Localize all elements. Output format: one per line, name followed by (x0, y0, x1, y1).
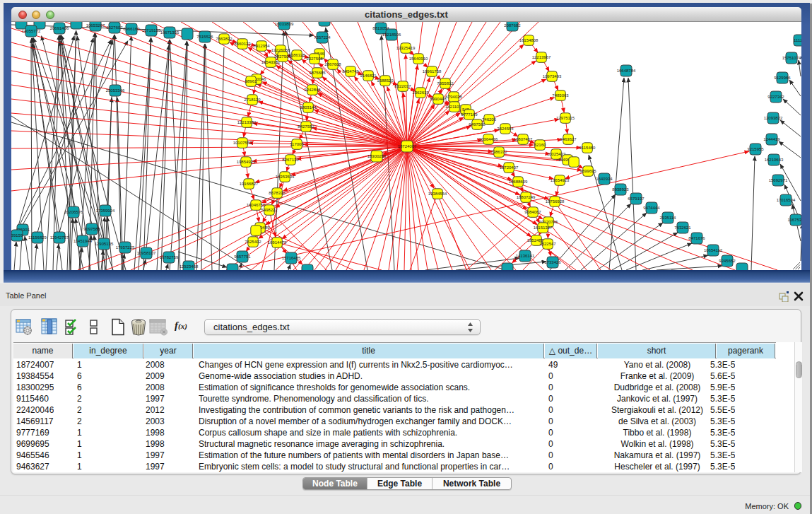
svg-text:2803144: 2803144 (300, 105, 317, 110)
svg-text:10719155: 10719155 (142, 28, 161, 33)
svg-text:12213382: 12213382 (237, 120, 257, 124)
svg-text:9777169: 9777169 (461, 112, 478, 117)
svg-text:8990448: 8990448 (430, 97, 447, 101)
svg-text:9097588: 9097588 (83, 227, 100, 231)
svg-text:3624554: 3624554 (497, 127, 514, 131)
svg-text:9699695: 9699695 (579, 169, 596, 173)
svg-text:25053346: 25053346 (106, 88, 125, 93)
svg-text:19384554: 19384554 (428, 192, 447, 196)
svg-text:16648784: 16648784 (617, 69, 636, 73)
svg-text:16046755: 16046755 (247, 203, 266, 207)
svg-text:8427552: 8427552 (298, 124, 314, 129)
svg-text:9129966: 9129966 (774, 76, 791, 80)
svg-text:12213967: 12213967 (532, 55, 551, 59)
svg-text:16914479: 16914479 (268, 240, 287, 245)
svg-text:17957225: 17957225 (116, 245, 135, 250)
svg-text:9657791: 9657791 (234, 255, 251, 259)
svg-text:12975115: 12975115 (556, 116, 575, 120)
svg-text:6966160: 6966160 (123, 27, 140, 31)
svg-text:17359924: 17359924 (96, 209, 115, 213)
svg-text:9327508: 9327508 (306, 57, 323, 61)
svg-text:10654112: 10654112 (704, 248, 723, 252)
svg-text:20364436: 20364436 (479, 137, 498, 141)
svg-text:11156829: 11156829 (28, 235, 47, 240)
svg-text:14136141: 14136141 (516, 254, 535, 258)
svg-text:20206576: 20206576 (64, 210, 83, 214)
svg-text:15720407: 15720407 (500, 165, 519, 170)
svg-text:1588520: 1588520 (377, 78, 394, 83)
svg-text:3875685: 3875685 (309, 71, 326, 75)
svg-text:12942757: 12942757 (50, 235, 69, 240)
svg-text:10653267: 10653267 (86, 23, 105, 28)
svg-text:16961758: 16961758 (423, 69, 442, 74)
svg-text:10688609: 10688609 (509, 180, 528, 184)
svg-text:19218506: 19218506 (382, 33, 401, 37)
svg-text:3215955: 3215955 (747, 147, 764, 151)
svg-text:19854923: 19854923 (237, 160, 256, 164)
svg-text:12905135: 12905135 (95, 242, 114, 246)
svg-text:8938923: 8938923 (612, 187, 629, 192)
svg-text:15716485: 15716485 (282, 256, 301, 260)
svg-text:1733426: 1733426 (544, 260, 561, 264)
svg-text:7386372: 7386372 (490, 150, 507, 154)
svg-text:19756928: 19756928 (546, 199, 565, 204)
svg-text:10958107: 10958107 (137, 251, 156, 255)
svg-text:9245652: 9245652 (719, 259, 736, 263)
svg-text:9227342: 9227342 (767, 95, 784, 99)
svg-text:62160: 62160 (534, 143, 546, 147)
svg-text:14055772: 14055772 (22, 29, 41, 33)
svg-text:10973493: 10973493 (543, 74, 562, 78)
svg-text:13654923: 13654923 (551, 178, 570, 182)
svg-text:7632621: 7632621 (674, 226, 691, 230)
svg-text:18724007: 18724007 (398, 144, 417, 148)
svg-text:8454749: 8454749 (342, 69, 359, 74)
svg-text:8186328: 8186328 (288, 53, 305, 57)
svg-text:1244419: 1244419 (763, 137, 780, 141)
svg-text:8267130: 8267130 (282, 158, 299, 162)
svg-text:1167533: 1167533 (788, 218, 801, 222)
svg-text:2935114: 2935114 (660, 216, 677, 220)
svg-text:13325419: 13325419 (396, 46, 416, 50)
svg-text:16210643: 16210643 (765, 158, 784, 162)
svg-text:16151327: 16151327 (534, 226, 553, 230)
svg-text:19166827: 19166827 (240, 182, 259, 186)
svg-text:15751074: 15751074 (782, 56, 801, 60)
svg-text:7485063: 7485063 (552, 93, 569, 98)
svg-text:9084067: 9084067 (524, 210, 541, 214)
svg-text:17016504: 17016504 (777, 198, 796, 202)
svg-text:98961: 98961 (245, 79, 257, 83)
svg-text:20691406: 20691406 (50, 26, 69, 30)
svg-text:1362615: 1362615 (412, 90, 429, 95)
svg-text:16154808: 16154808 (519, 38, 539, 42)
svg-text:15692971: 15692971 (769, 178, 788, 182)
svg-text:1527602: 1527602 (106, 25, 123, 30)
svg-text:2522547: 2522547 (539, 242, 556, 246)
svg-text:5498222: 5498222 (261, 208, 278, 212)
svg-text:8678332: 8678332 (269, 191, 286, 195)
svg-text:2087682: 2087682 (504, 23, 521, 28)
svg-text:18807249: 18807249 (517, 195, 536, 199)
svg-text:2718120: 2718120 (244, 98, 261, 102)
svg-text:2867608: 2867608 (324, 62, 341, 66)
svg-text:6579197: 6579197 (628, 197, 645, 201)
svg-text:12093822: 12093822 (764, 116, 783, 120)
svg-text:9242848: 9242848 (304, 88, 321, 92)
svg-text:16782759: 16782759 (160, 255, 179, 259)
svg-text:8471676: 8471676 (688, 236, 705, 240)
svg-text:12923468: 12923468 (180, 264, 199, 269)
svg-text:9115460: 9115460 (579, 146, 596, 150)
svg-text:9463627: 9463627 (560, 137, 577, 141)
svg-text:18300295: 18300295 (367, 154, 387, 158)
svg-text:6794028: 6794028 (445, 95, 462, 99)
svg-text:7663822: 7663822 (216, 37, 233, 41)
svg-text:8912954: 8912954 (253, 44, 270, 48)
svg-text:9474444: 9474444 (643, 206, 660, 210)
svg-text:11451944: 11451944 (73, 239, 93, 243)
svg-text:15640910: 15640910 (409, 57, 428, 61)
svg-text:8660123: 8660123 (234, 42, 251, 46)
svg-text:9146821: 9146821 (360, 74, 377, 78)
svg-text:16033809: 16033809 (275, 22, 294, 26)
svg-text:1640934: 1640934 (596, 177, 613, 181)
svg-text:14353504: 14353504 (276, 175, 295, 179)
svg-text:7357224: 7357224 (314, 35, 331, 40)
